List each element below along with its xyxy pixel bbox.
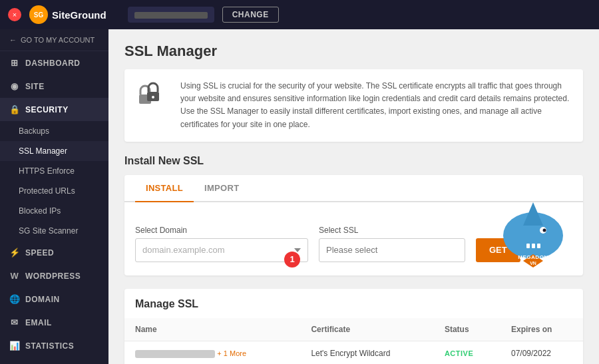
security-icon: 🔒 [9,104,20,114]
svg-text:SG: SG [34,11,44,19]
tabs-header: INSTALL IMPORT [124,175,583,202]
go-to-account-link[interactable]: ← GO TO MY ACCOUNT [0,29,108,51]
cell-expires: 07/09/2022 [500,341,583,364]
speed-icon: ⚡ [9,248,20,258]
tab-import[interactable]: IMPORT [194,175,250,202]
cell-certificate: Let's Encrypt Wildcard [300,341,434,364]
svg-rect-11 [537,244,540,248]
email-icon: ✉ [9,317,20,327]
sidebar-item-wordpress[interactable]: W WORDPRESS [0,264,108,287]
domain-select[interactable]: domain.example.com [135,238,308,262]
ssl-table: Name Certificate Status Expires on + 1 M… [124,318,583,364]
ssl-lock-icon [136,80,170,119]
sidebar-item-label: SPEED [25,248,54,258]
sidebar-sub-sg-site-scanner[interactable]: SG Site Scanner [0,221,108,241]
sidebar-sub-backups[interactable]: Backups [0,121,108,141]
sidebar-item-label: DOMAIN [25,295,60,304]
install-ssl-card: INSTALL IMPORT [124,175,583,275]
domain-display [128,7,214,23]
backups-label: Backups [19,126,49,136]
manage-ssl-title: Manage SSL [124,289,583,310]
site-icon: ◉ [9,81,20,91]
cell-name: + 1 More [124,341,300,364]
svg-marker-6 [523,202,543,226]
sidebar: ← GO TO MY ACCOUNT ⊞ DASHBOARD ◉ SITE 🔒 … [0,29,108,364]
tab-content-install: MEGADON VN Select Domain domain.example.… [124,202,583,275]
sidebar-item-security[interactable]: 🔒 SECURITY [0,98,108,121]
change-button[interactable]: CHANGE [222,7,279,23]
sidebar-item-label: EMAIL [25,318,52,327]
sidebar-item-dashboard[interactable]: ⊞ DASHBOARD [0,51,108,75]
svg-text:MEGADON: MEGADON [518,254,548,260]
close-button[interactable]: × [8,8,21,21]
sidebar-item-devs[interactable]: ◈ DEVS [0,357,108,364]
col-header-certificate: Certificate [300,318,434,341]
main-layout: ← GO TO MY ACCOUNT ⊞ DASHBOARD ◉ SITE 🔒 … [0,29,599,364]
info-description: Using SSL is crucial for the security of… [180,80,571,131]
sidebar-sub-ssl-manager[interactable]: SSL Manager [0,141,108,161]
logo-text: SiteGround [52,9,106,21]
domain-label: Select Domain [135,226,308,235]
sidebar-item-label: SECURITY [25,105,69,114]
svg-point-4 [152,96,154,98]
topbar: × SG SiteGround CHANGE [0,0,599,29]
logo: SG SiteGround [29,5,106,24]
sidebar-item-label: DASHBOARD [25,59,81,68]
get-button[interactable]: GET [476,238,520,262]
sidebar-item-statistics[interactable]: 📊 STATISTICS [0,334,108,357]
sidebar-item-label: STATISTICS [25,341,74,351]
dashboard-icon: ⊞ [9,58,20,68]
svg-rect-10 [532,244,535,248]
sidebar-item-email[interactable]: ✉ EMAIL [0,311,108,334]
sg-site-scanner-label: SG Site Scanner [19,226,78,236]
domain-form-group: Select Domain domain.example.com [135,226,308,262]
domain-icon: 🌐 [9,294,20,304]
sidebar-sub-protected-urls[interactable]: Protected URLs [0,181,108,201]
sidebar-item-domain[interactable]: 🌐 DOMAIN [0,287,108,311]
blocked-ips-label: Blocked IPs [19,206,61,216]
col-header-expires: Expires on [500,318,583,341]
protected-urls-label: Protected URLs [19,186,75,196]
col-header-status: Status [434,318,500,341]
svg-point-7 [540,227,546,234]
page-title: SSL Manager [124,43,583,60]
ssl-select[interactable] [319,238,465,262]
ssl-form-group: Select SSL [319,226,465,262]
ssl-manager-label: SSL Manager [19,146,67,156]
arrow-left-icon: ← [9,36,17,44]
tab-install[interactable]: INSTALL [135,175,194,202]
sidebar-item-site[interactable]: ◉ SITE [0,75,108,98]
svg-point-8 [543,228,546,232]
sidebar-item-speed[interactable]: ⚡ SPEED [0,241,108,264]
sidebar-item-label: SITE [25,82,45,91]
col-header-name: Name [124,318,300,341]
cell-status: ACTIVE [434,341,500,364]
main-content: SSL Manager Using SSL is crucial for the… [108,29,599,364]
statistics-icon: 📊 [9,341,20,351]
sidebar-item-label: WORDPRESS [25,272,81,281]
svg-rect-9 [526,244,530,248]
table-row: + 1 More Let's Encrypt Wildcard ACTIVE 0… [124,341,583,364]
https-enforce-label: HTTPS Enforce [19,166,75,176]
step-badge-1: 1 [284,252,300,268]
go-to-account-label: GO TO MY ACCOUNT [21,36,95,44]
svg-marker-12 [523,254,543,268]
info-box: Using SSL is crucial for the security of… [124,69,583,142]
logo-icon: SG [29,5,48,24]
manage-ssl-section: Manage SSL Name Certificate Status Expir… [124,289,583,364]
sidebar-sub-https-enforce[interactable]: HTTPS Enforce [0,161,108,181]
svg-text:VN: VN [530,261,536,266]
wordpress-icon: W [9,271,20,281]
sidebar-sub-blocked-ips[interactable]: Blocked IPs [0,201,108,221]
status-badge: ACTIVE [445,349,473,357]
more-link[interactable]: + 1 More [217,349,246,357]
install-section-title: Install New SSL [124,155,583,167]
ssl-label: Select SSL [319,226,465,235]
